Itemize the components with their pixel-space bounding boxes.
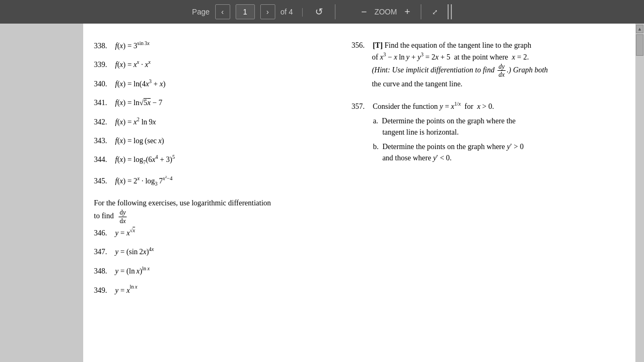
problem-343: 343. f(x) = log (sec x): [94, 135, 341, 146]
problem-357-number: 357.: [352, 101, 371, 112]
scrollbar-thumb[interactable]: [636, 34, 643, 56]
section-header-log-diff: For the following exercises, use logarit…: [94, 197, 341, 225]
problem-356-hint: (Hint: Use implicit differentiation to f…: [372, 66, 548, 74]
problem-339-number: 339.: [94, 59, 113, 70]
page-label: Page: [192, 8, 210, 16]
problem-340: 340. f(x) = ln(4x3 + x): [94, 78, 341, 90]
problem-349-text: y = xln x: [115, 286, 137, 294]
problem-340-text: f(x) = ln(4x3 + x): [115, 80, 166, 88]
left-column: 338. f(x) = 3sin 3x 339. f(x) = xx · xx …: [94, 40, 346, 351]
main-area: 338. f(x) = 3sin 3x 339. f(x) = xx · xx …: [0, 24, 644, 362]
problem-344: 344. f(x) = log7(6x4 + 3)5: [94, 154, 341, 167]
problem-357: 357. Consider the function y = x1/x for …: [352, 100, 619, 164]
problem-356-number: 356.: [352, 40, 371, 51]
right-scrollbar: ▲: [635, 24, 644, 362]
problem-347-text: y = (sin 2x)4x: [115, 248, 154, 256]
problem-342: 342. f(x) = x2 ln 9x: [94, 116, 341, 128]
problem-356: 356. [T] Find the equation of the tangen…: [352, 40, 619, 90]
toolbar: Page ‹ › of 4 | ↺ − ZOOM + ⤢: [0, 0, 644, 24]
dy-dx-fraction: dy dx: [119, 209, 127, 225]
problem-357-parts: a. Determine the points on the graph whe…: [362, 115, 619, 164]
scrollbar-up-button[interactable]: ▲: [636, 25, 643, 33]
problem-343-number: 343.: [94, 135, 113, 146]
expand-button[interactable]: ⤢: [430, 8, 440, 16]
problem-345-number: 345.: [94, 175, 113, 187]
problem-346: 346. y = x√x: [94, 227, 341, 239]
problem-343-text: f(x) = log (sec x): [115, 137, 164, 145]
problem-348-number: 348.: [94, 265, 113, 277]
problem-346-text: y = x√x: [115, 229, 135, 237]
page-next-button[interactable]: ›: [260, 4, 275, 19]
problem-339: 339. f(x) = xx · xx: [94, 59, 341, 71]
problem-356-tag: [T]: [372, 41, 383, 49]
problem-341-text: f(x) = ln√5x − 7: [115, 99, 163, 107]
problem-347-number: 347.: [94, 246, 113, 257]
left-sidebar: [0, 24, 83, 362]
page-input[interactable]: [236, 4, 255, 19]
problem-357-header: 357. Consider the function y = x1/x for …: [352, 100, 619, 112]
zoom-in-button[interactable]: +: [402, 6, 413, 18]
problem-357-text: Consider the function y = x1/x for x > 0…: [372, 102, 494, 110]
problem-348: 348. y = (ln x)ln x: [94, 265, 341, 277]
problem-346-number: 346.: [94, 227, 113, 239]
dy-dx-fraction-2: dy dx: [497, 63, 506, 79]
problem-342-number: 342.: [94, 116, 113, 128]
problem-357-part-b: b. Determine the points on the graph whe…: [373, 141, 619, 164]
drag-handle: [448, 4, 452, 19]
problem-338: 338. f(x) = 3sin 3x: [94, 40, 341, 51]
toolbar-divider: [335, 4, 335, 19]
page-prev-button[interactable]: ‹: [215, 4, 230, 19]
problem-357-part-a: a. Determine the points on the graph whe…: [373, 115, 619, 138]
problem-338-text: f(x) = 3sin 3x: [115, 42, 150, 50]
problem-345-text: f(x) = 2x · log3 7x2−4: [115, 177, 173, 185]
page-total-label: of 4: [281, 8, 293, 16]
problem-347: 347. y = (sin 2x)4x: [94, 246, 341, 258]
problem-356-text: Find the equation of the tangent line to…: [385, 41, 531, 49]
zoom-label: ZOOM: [375, 8, 397, 16]
problem-356-header: 356. [T] Find the equation of the tangen…: [352, 40, 619, 51]
problem-349: 349. y = xln x: [94, 284, 341, 296]
right-column: 356. [T] Find the equation of the tangen…: [346, 40, 619, 351]
problem-349-number: 349.: [94, 285, 113, 296]
refresh-button[interactable]: ↺: [312, 6, 326, 18]
problem-340-number: 340.: [94, 78, 113, 90]
problem-342-text: f(x) = x2 ln 9x: [115, 118, 156, 126]
problem-345: 345. f(x) = 2x · log3 7x2−4: [94, 174, 341, 188]
page-content: 338. f(x) = 3sin 3x 339. f(x) = xx · xx …: [83, 24, 635, 362]
toolbar-divider-2: [421, 4, 421, 19]
problem-356-body: of x3 − x ln y + y3 = 2x + 5 at the poin…: [372, 51, 619, 90]
zoom-out-button[interactable]: −: [359, 6, 369, 18]
problem-344-text: f(x) = log7(6x4 + 3)5: [115, 156, 175, 164]
problem-338-number: 338.: [94, 40, 113, 51]
problem-339-text: f(x) = xx · xx: [115, 61, 151, 69]
problem-344-number: 344.: [94, 154, 113, 165]
problem-341: 341. f(x) = ln√5x − 7: [94, 97, 341, 108]
problem-341-number: 341.: [94, 97, 113, 108]
problem-348-text: y = (ln x)ln x: [115, 267, 150, 275]
